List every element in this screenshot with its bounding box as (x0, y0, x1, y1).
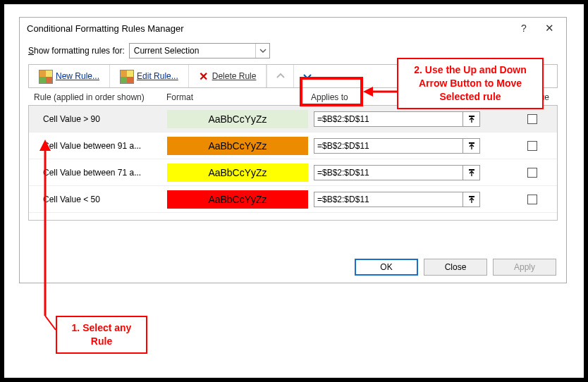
close-dialog-button[interactable]: Close (424, 259, 487, 276)
rule-text: Cell Value > 90 (43, 114, 167, 124)
show-rules-dropdown[interactable]: Current Selection (129, 43, 270, 58)
move-up-button[interactable] (267, 65, 293, 87)
rule-row[interactable]: Cell Value between 71 a... AaBbCcYyZz (29, 159, 557, 186)
svg-marker-7 (39, 140, 51, 151)
delete-rule-label: Delete Rule (212, 71, 257, 81)
ok-button[interactable]: OK (355, 259, 418, 276)
stop-if-true-checkbox[interactable] (527, 195, 537, 204)
rule-text: Cell Value between 91 a... (43, 141, 167, 151)
dialog: Conditional Formatting Rules Manager ? ✕… (19, 17, 567, 283)
svg-marker-5 (363, 87, 373, 97)
svg-line-8 (45, 316, 56, 330)
header-rule: Rule (applied in order shown) (31, 92, 166, 102)
rule-format-preview: AaBbCcYyZz (167, 190, 308, 209)
delete-rule-button[interactable]: ✕ Delete Rule (189, 65, 267, 87)
annotation-highlight-arrows (300, 77, 363, 106)
conditional-format-icon (39, 70, 51, 82)
new-rule-button[interactable]: New Rule... (29, 65, 110, 87)
apply-button[interactable]: Apply (493, 259, 556, 276)
range-picker-button[interactable] (463, 111, 480, 127)
footer: OK Close Apply (355, 259, 556, 276)
stop-if-true-checkbox[interactable] (527, 141, 537, 151)
rule-format-preview: AaBbCcYyZz (167, 164, 308, 182)
svg-rect-3 (469, 196, 474, 197)
rule-format-preview: AaBbCcYyZz (167, 110, 308, 128)
edit-rule-button[interactable]: Edit Rule... (110, 65, 189, 87)
annotation-callout-bottom: 1. Select any Rule (56, 316, 147, 354)
annotation-arrow-bottom (31, 140, 59, 317)
annotation-arrow-top (363, 85, 398, 99)
applies-to-input[interactable] (314, 138, 463, 154)
stop-if-true-checkbox[interactable] (527, 114, 537, 124)
svg-rect-1 (469, 142, 474, 144)
range-picker-button[interactable] (463, 165, 480, 180)
applies-to-input[interactable] (314, 111, 463, 127)
new-rule-label: New Rule... (56, 71, 99, 81)
stop-if-true-checkbox[interactable] (527, 168, 537, 178)
chevron-down-icon (255, 44, 267, 58)
applies-to-input[interactable] (314, 165, 463, 180)
range-picker-button[interactable] (463, 192, 480, 207)
range-picker-button[interactable] (463, 138, 480, 154)
help-button[interactable]: ? (511, 23, 537, 34)
conditional-format-icon (120, 70, 133, 82)
edit-rule-label: Edit Rule... (137, 71, 178, 81)
dialog-title: Conditional Formatting Rules Manager (27, 23, 511, 34)
delete-icon: ✕ (199, 70, 208, 83)
close-button[interactable]: ✕ (537, 22, 562, 35)
rule-row[interactable]: Cell Value < 50 AaBbCcYyZz (29, 186, 557, 213)
rule-text: Cell Value between 71 a... (43, 168, 167, 178)
svg-rect-2 (469, 169, 474, 171)
show-rules-label: Show formatting rules for: (28, 46, 125, 56)
rule-format-preview: AaBbCcYyZz (167, 137, 308, 155)
annotation-callout-top: 2. Use the Up and Down Arrow Button to M… (397, 58, 544, 109)
rule-text: Cell Value < 50 (43, 195, 167, 204)
header-format: Format (166, 92, 311, 102)
rule-row[interactable]: Cell Value between 91 a... AaBbCcYyZz (29, 133, 557, 159)
rules-list: Cell Value > 90 AaBbCcYyZz Cell Value be… (28, 105, 558, 221)
show-rules-value: Current Selection (134, 46, 200, 56)
applies-to-input[interactable] (314, 192, 463, 207)
svg-rect-0 (469, 116, 474, 117)
titlebar: Conditional Formatting Rules Manager ? ✕ (20, 18, 566, 39)
rule-row[interactable]: Cell Value > 90 AaBbCcYyZz (29, 106, 557, 133)
